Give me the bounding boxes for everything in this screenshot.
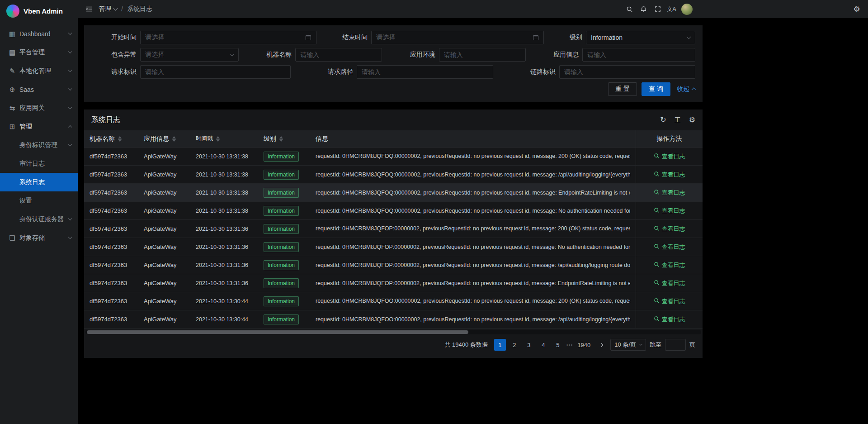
sidebar-item[interactable]: ⇆应用网关 [0, 99, 78, 117]
breadcrumb: 管理 / 系统日志 [99, 5, 152, 13]
filter-date-1-1[interactable]: 请选择 [140, 31, 316, 44]
logo[interactable]: Vben Admin [0, 0, 78, 22]
pagination-ellipsis[interactable]: ••• [566, 342, 573, 348]
level-badge: Information [264, 188, 299, 198]
cell-timestamp: 2021-10-30 13:31:38 [190, 148, 258, 165]
row-height-icon[interactable]: 工 [675, 117, 681, 123]
cell-machine-name: df5974d72363 [84, 220, 138, 238]
search-icon [626, 6, 633, 13]
filter-select-1-3[interactable]: Information [586, 31, 695, 44]
cell-message: requestId: 0HMCRBM8JQFOQ:00000002, previ… [310, 184, 636, 201]
level-badge: Information [264, 314, 299, 324]
cell-machine-name: df5974d72363 [84, 148, 138, 165]
filter-field: 链路标识 [530, 65, 695, 79]
submenu-item[interactable]: 身份标识管理 [0, 136, 78, 154]
admin-icon: ⊞ [8, 123, 16, 131]
view-log-label: 查看日志 [662, 171, 685, 179]
filter-input-2-3[interactable] [439, 48, 526, 62]
filter-actions: 重 置 查 询 收起 [91, 82, 695, 96]
pagination-page-2[interactable]: 2 [509, 339, 520, 351]
pagination-pages: 12345•••1940 [494, 339, 592, 351]
header-actions: 文A [623, 0, 693, 18]
sidebar-item[interactable]: ▦Dashboard [0, 24, 78, 43]
filter-field: 请求标识 [111, 65, 291, 79]
sidebar-item[interactable]: ⊕Saas [0, 80, 78, 99]
view-log-link[interactable]: 查看日志 [654, 189, 685, 197]
table-row: df5974d72363ApiGateWay2021-10-30 13:31:3… [84, 184, 703, 202]
view-log-link[interactable]: 查看日志 [654, 225, 685, 233]
sidebar-item[interactable]: ❏对象存储 [0, 229, 78, 247]
view-log-link[interactable]: 查看日志 [654, 152, 685, 161]
filter-input-3-3[interactable] [559, 65, 695, 79]
next-page-button[interactable] [595, 339, 607, 351]
filter-date-1-2[interactable]: 请选择 [371, 31, 544, 44]
pagination-page-1[interactable]: 1 [494, 339, 506, 351]
submenu-item[interactable]: 身份认证服务器 [0, 210, 78, 229]
cell-app-info: ApiGateWay [138, 184, 190, 201]
level-badge: Information [264, 224, 299, 234]
locale-button[interactable]: 文A [665, 0, 679, 18]
view-log-label: 查看日志 [662, 297, 685, 305]
filter-field-label: 应用环境 [410, 51, 439, 59]
view-log-link[interactable]: 查看日志 [654, 243, 685, 251]
cell-machine-name: df5974d72363 [84, 274, 138, 292]
submenu-item[interactable]: 系统日志 [0, 173, 78, 191]
view-log-link[interactable]: 查看日志 [654, 261, 685, 269]
scrollbar-thumb[interactable] [87, 330, 468, 334]
page-size-select[interactable]: 10 条/页 [610, 339, 646, 351]
horizontal-scrollbar[interactable] [85, 330, 701, 334]
settings-drawer-button[interactable]: ⚙ [850, 0, 863, 18]
cell-level: Information [258, 220, 310, 238]
search-button-form[interactable]: 查 询 [642, 82, 670, 96]
filter-input-2-2[interactable] [295, 48, 382, 62]
column-header-1[interactable]: 机器名称 [84, 130, 138, 147]
view-log-link[interactable]: 查看日志 [654, 315, 685, 324]
submenu-item[interactable]: 设置 [0, 191, 78, 210]
sort-icon [172, 136, 176, 142]
chevron-down-icon [68, 87, 72, 91]
table-titlebar: 系统日志 ↻ 工 ⚙ [84, 110, 703, 130]
field-placeholder: 请选择 [145, 51, 164, 59]
app-logo-icon [6, 5, 19, 18]
cell-level: Information [258, 292, 310, 310]
cell-message: requestId: 0HMCRBM8JQFOP:00000002, previ… [310, 274, 636, 292]
refresh-icon[interactable]: ↻ [660, 116, 666, 124]
column-header-3[interactable]: 时间戳 [190, 130, 258, 147]
view-log-link[interactable]: 查看日志 [654, 279, 685, 287]
sidebar-item[interactable]: ▤平台管理 [0, 43, 78, 62]
submenu-item[interactable]: 审计日志 [0, 154, 78, 173]
view-log-link[interactable]: 查看日志 [654, 171, 685, 179]
menu-fold-button[interactable] [83, 0, 95, 18]
view-log-link[interactable]: 查看日志 [654, 297, 685, 305]
filter-input-3-2[interactable] [357, 65, 493, 79]
jump-page-input[interactable] [665, 339, 686, 351]
table-row: df5974d72363ApiGateWay2021-10-30 13:31:3… [84, 148, 703, 166]
cell-app-info: ApiGateWay [138, 310, 190, 328]
column-header-4[interactable]: 级别 [258, 130, 310, 147]
collapse-link[interactable]: 收起 [677, 85, 695, 93]
avatar[interactable] [681, 4, 693, 15]
sidebar-item[interactable]: ✎本地化管理 [0, 62, 78, 80]
fullscreen-button[interactable] [651, 0, 665, 18]
sidebar-item[interactable]: ⊞管理 [0, 117, 78, 136]
notifications-button[interactable] [637, 0, 651, 18]
reset-button[interactable]: 重 置 [608, 82, 637, 96]
app-title: Vben Admin [24, 7, 63, 15]
breadcrumb-item-admin[interactable]: 管理 [99, 5, 117, 13]
calendar-icon [533, 34, 539, 41]
search-button[interactable] [623, 0, 637, 18]
cell-machine-name: df5974d72363 [84, 166, 138, 183]
cell-actions: 查看日志 [636, 202, 703, 219]
pagination-page-3[interactable]: 3 [523, 339, 535, 351]
column-header-2[interactable]: 应用信息 [138, 130, 190, 147]
level-badge: Information [264, 278, 299, 288]
pagination-page-1940[interactable]: 1940 [576, 339, 592, 351]
column-settings-icon[interactable]: ⚙ [689, 116, 695, 124]
view-log-link[interactable]: 查看日志 [654, 207, 685, 215]
pagination-page-4[interactable]: 4 [538, 339, 549, 351]
filter-input-2-4[interactable] [582, 48, 695, 62]
pagination-page-5[interactable]: 5 [552, 339, 564, 351]
log-message: requestId: 0HMCRBM8JQFOO:00000002, previ… [316, 316, 630, 323]
filter-select-2-1[interactable]: 请选择 [140, 48, 239, 62]
filter-input-3-1[interactable] [140, 65, 291, 79]
